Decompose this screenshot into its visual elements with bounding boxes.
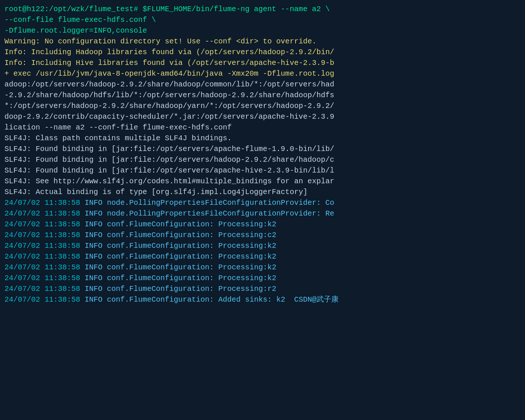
terminal-line: 24/07/02 11:38:58 INFO conf.FlumeConfigu… (4, 262, 521, 273)
terminal-line: 24/07/02 11:38:58 INFO conf.FlumeConfigu… (4, 273, 521, 283)
terminal-line: 24/07/02 11:38:58 INFO conf.FlumeConfigu… (4, 294, 521, 305)
terminal-line: 24/07/02 11:38:58 INFO node.PollingPrope… (4, 197, 521, 208)
terminal-line: Info: Including Hadoop libraries found v… (4, 47, 521, 58)
terminal-line: SLF4J: Found binding in [jar:file:/opt/s… (4, 165, 521, 176)
terminal-line: root@h122:/opt/wzk/flume_test# $FLUME_HO… (4, 4, 521, 14)
terminal-line: 24/07/02 11:38:58 INFO conf.FlumeConfigu… (4, 251, 521, 262)
terminal-line: -Dflume.root.logger=INFO,console (4, 25, 521, 36)
terminal-line: 24/07/02 11:38:58 INFO conf.FlumeConfigu… (4, 283, 521, 294)
terminal-line: lication --name a2 --conf-file flume-exe… (4, 122, 521, 133)
terminal-line: 24/07/02 11:38:58 INFO conf.FlumeConfigu… (4, 219, 521, 230)
terminal-line: SLF4J: Found binding in [jar:file:/opt/s… (4, 154, 521, 165)
terminal-line: + exec /usr/lib/jvm/java-8-openjdk-amd64… (4, 68, 521, 79)
terminal-line: 24/07/02 11:38:58 INFO conf.FlumeConfigu… (4, 230, 521, 240)
terminal-line: 24/07/02 11:38:58 INFO node.PollingPrope… (4, 208, 521, 219)
terminal-line: --conf-file flume-exec-hdfs.conf \ (4, 14, 521, 25)
terminal-line: SLF4J: Found binding in [jar:file:/opt/s… (4, 144, 521, 154)
terminal-line: SLF4J: Class path contains multiple SLF4… (4, 133, 521, 144)
terminal-window: root@h122:/opt/wzk/flume_test# $FLUME_HO… (0, 0, 525, 420)
terminal-output: root@h122:/opt/wzk/flume_test# $FLUME_HO… (4, 4, 521, 305)
terminal-line: -2.9.2/share/hadoop/hdfs/lib/*:/opt/serv… (4, 90, 521, 101)
terminal-line: Info: Including Hive libraries found via… (4, 58, 521, 68)
terminal-line: 24/07/02 11:38:58 INFO conf.FlumeConfigu… (4, 240, 521, 251)
terminal-line: doop-2.9.2/contrib/capacity-scheduler/*.… (4, 111, 521, 122)
terminal-line: adoop:/opt/servers/hadoop-2.9.2/share/ha… (4, 79, 521, 90)
terminal-line: *:/opt/servers/hadoop-2.9.2/share/hadoop… (4, 101, 521, 111)
terminal-line: SLF4J: See http://www.slf4j.org/codes.ht… (4, 176, 521, 187)
terminal-line: Warning: No configuration directory set!… (4, 36, 521, 47)
terminal-line: SLF4J: Actual binding is of type [org.sl… (4, 187, 521, 197)
